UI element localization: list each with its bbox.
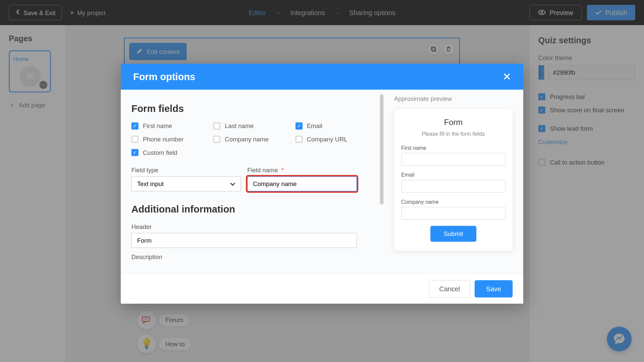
field-label: Custom field bbox=[143, 149, 177, 156]
preview-title: Form bbox=[401, 118, 505, 127]
checkbox-phone[interactable]: Phone number bbox=[131, 136, 209, 143]
field-type-value: Text input bbox=[137, 180, 164, 187]
modal-footer: Cancel Save bbox=[121, 274, 523, 304]
preview-field-label: First name bbox=[401, 145, 505, 151]
modal-scroll-area[interactable]: Form fields ✓First name Last name ✓Email… bbox=[121, 90, 383, 274]
field-label: Phone number bbox=[143, 136, 183, 143]
description-label: Description bbox=[131, 253, 373, 260]
preview-label: Approximate preview bbox=[394, 95, 513, 102]
preview-field-label: Email bbox=[401, 172, 505, 178]
checkbox-icon: ✓ bbox=[131, 122, 139, 129]
checkbox-email[interactable]: ✓Email bbox=[295, 122, 373, 129]
modal-header: Form options bbox=[121, 64, 523, 90]
preview-card: Form Please fill in the form fields Firs… bbox=[394, 109, 513, 251]
field-label: First name bbox=[143, 122, 172, 129]
preview-input bbox=[401, 180, 505, 193]
form-fields-heading: Form fields bbox=[131, 103, 373, 114]
preview-submit-button: Submit bbox=[430, 226, 476, 242]
field-label: Last name bbox=[225, 122, 254, 129]
checkbox-company-name[interactable]: Company name bbox=[213, 136, 291, 143]
preview-input bbox=[401, 153, 505, 166]
preview-field-email: Email bbox=[401, 172, 505, 193]
cancel-button[interactable]: Cancel bbox=[429, 280, 470, 297]
field-label: Company URL bbox=[307, 136, 347, 143]
modal-title: Form options bbox=[133, 71, 195, 82]
preview-field-company: Company name bbox=[401, 199, 505, 220]
preview-subtitle: Please fill in the form fields bbox=[401, 131, 505, 137]
form-options-modal: Form options Form fields ✓First name Las… bbox=[121, 64, 523, 304]
checkbox-icon bbox=[213, 136, 220, 143]
checkbox-icon: ✓ bbox=[295, 122, 302, 129]
field-type-label: Field type bbox=[131, 167, 241, 174]
field-label: Company name bbox=[225, 136, 268, 143]
scrollbar[interactable] bbox=[380, 94, 384, 205]
additional-info-heading: Additional information bbox=[131, 204, 373, 215]
field-label: Email bbox=[307, 122, 322, 129]
chevron-down-icon bbox=[230, 180, 235, 187]
field-type-select[interactable]: Text input bbox=[131, 176, 241, 191]
checkbox-custom-field[interactable]: ✓Custom field bbox=[131, 149, 209, 156]
close-icon bbox=[503, 70, 511, 83]
preview-field-first-name: First name bbox=[401, 145, 505, 166]
checkbox-icon: ✓ bbox=[131, 149, 139, 156]
save-button[interactable]: Save bbox=[475, 280, 513, 297]
preview-input bbox=[401, 207, 505, 220]
checkbox-icon bbox=[213, 122, 220, 129]
header-input[interactable] bbox=[131, 233, 357, 248]
field-name-label: Field name * bbox=[247, 167, 357, 174]
checkbox-first-name[interactable]: ✓First name bbox=[131, 122, 209, 129]
checkbox-icon bbox=[295, 136, 302, 143]
preview-field-label: Company name bbox=[401, 199, 505, 205]
checkbox-company-url[interactable]: Company URL bbox=[295, 136, 373, 143]
required-star-icon: * bbox=[281, 167, 284, 174]
close-button[interactable] bbox=[503, 70, 511, 83]
field-name-input[interactable] bbox=[247, 176, 357, 191]
header-label: Header bbox=[131, 223, 373, 230]
checkbox-icon bbox=[131, 136, 139, 143]
checkbox-last-name[interactable]: Last name bbox=[213, 122, 291, 129]
